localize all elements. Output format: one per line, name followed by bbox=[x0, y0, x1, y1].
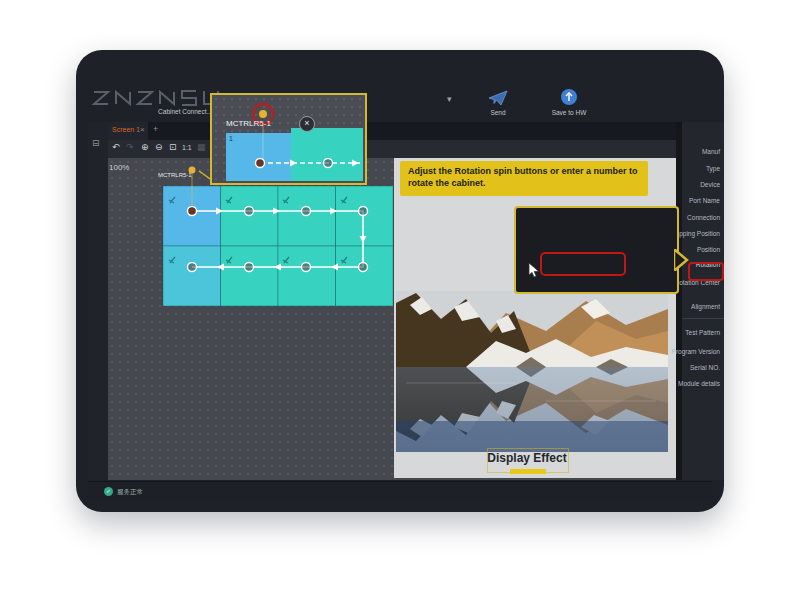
page: Monitor Help Cabinet Connect... ▾ Send bbox=[0, 0, 800, 600]
sidebar-item-device: Device bbox=[700, 181, 720, 188]
save-to-hw-button[interactable]: Save to HW bbox=[544, 109, 594, 116]
inset-device-label: MCTRLR5-1 bbox=[226, 119, 271, 128]
sidebar-item-port-name: Port Name bbox=[689, 197, 720, 204]
mouse-cursor bbox=[528, 262, 540, 278]
zoom-inset-panel: MCTRLR5-1 1 × bbox=[210, 93, 367, 185]
inset-cabinet-2[interactable] bbox=[291, 128, 363, 181]
send-button[interactable]: Send bbox=[475, 109, 521, 116]
tab-close-icon[interactable]: × bbox=[140, 125, 145, 134]
send-icon[interactable] bbox=[488, 90, 508, 106]
sidebar-item-position: Position bbox=[697, 246, 720, 253]
caret-down-icon[interactable]: ▾ bbox=[447, 94, 452, 104]
sidebar-item-connection: Connection bbox=[687, 214, 720, 221]
sidebar-rotation-highlight bbox=[688, 262, 724, 281]
tab-add-icon[interactable]: + bbox=[153, 124, 158, 134]
status-text: 服务正常 bbox=[117, 488, 143, 497]
sidebar-item-program-version: Program Version bbox=[672, 348, 720, 355]
inset-cabinet-1[interactable] bbox=[226, 133, 291, 181]
connection-node-start[interactable] bbox=[188, 207, 197, 216]
canvas-device-label: MCTRLR5-1 bbox=[158, 172, 192, 178]
properties-sidebar: Manuf Type Device Port Name Connection M… bbox=[682, 122, 724, 480]
left-panel-strip: ⊟ bbox=[88, 122, 108, 480]
zoom-one-to-one-button[interactable]: 1:1 bbox=[182, 144, 192, 151]
inset-rotation-handle[interactable] bbox=[259, 110, 267, 118]
pattern-z-icon bbox=[94, 92, 108, 104]
sidebar-item-serial-no: Serial NO. bbox=[690, 364, 720, 371]
status-bar: ✓ 服务正常 bbox=[88, 481, 712, 501]
pattern-n2-icon bbox=[160, 92, 174, 104]
sidebar-item-module-details: Module details bbox=[678, 380, 720, 387]
rotation-tooltip: Adjust the Rotation spin buttons or ente… bbox=[400, 161, 648, 196]
panel-collapse-icon[interactable]: ⊟ bbox=[92, 138, 100, 148]
undo-icon[interactable]: ↶ bbox=[112, 142, 120, 152]
save-to-hw-icon[interactable] bbox=[560, 88, 578, 106]
tab-screen-1-label[interactable]: Screen 1 bbox=[112, 126, 140, 133]
grid-icon[interactable]: ▦ bbox=[197, 142, 206, 152]
zoom-fit-icon[interactable]: ⊡ bbox=[169, 142, 177, 152]
redo-icon[interactable]: ↷ bbox=[126, 142, 134, 152]
sidebar-divider bbox=[682, 318, 724, 319]
cabinet-7[interactable] bbox=[278, 246, 336, 306]
zoom-out-icon[interactable]: ⊖ bbox=[155, 142, 163, 152]
inset-graphics bbox=[212, 95, 365, 183]
display-effect-photo bbox=[396, 291, 668, 452]
cabinet-8[interactable] bbox=[336, 246, 394, 306]
connection-pattern-icons[interactable] bbox=[92, 88, 222, 108]
display-effect-underline bbox=[510, 469, 546, 474]
cabinet-6[interactable] bbox=[221, 246, 279, 306]
sidebar-item-manuf: Manuf bbox=[702, 148, 720, 155]
inset-close-button[interactable]: × bbox=[299, 116, 315, 132]
sidebar-item-alignment: Alignment bbox=[691, 303, 720, 310]
zoom-in-icon[interactable]: ⊕ bbox=[141, 142, 149, 152]
sidebar-item-type: Type bbox=[706, 165, 720, 172]
cabinet-5[interactable] bbox=[163, 246, 221, 306]
display-effect-label: Display Effect bbox=[487, 451, 567, 465]
status-ok-icon: ✓ bbox=[104, 487, 113, 496]
pattern-n-icon bbox=[116, 92, 130, 104]
rotation-row-highlight bbox=[540, 252, 626, 276]
sidebar-item-test-pattern: Test Pattern bbox=[685, 329, 720, 336]
position-panel bbox=[514, 206, 679, 294]
screen-tabbar bbox=[108, 122, 676, 140]
canvas-toolbar bbox=[108, 140, 676, 158]
inset-cabinet-number: 1 bbox=[229, 135, 233, 142]
pattern-s-icon bbox=[182, 91, 196, 105]
pattern-z2-icon bbox=[138, 92, 152, 104]
